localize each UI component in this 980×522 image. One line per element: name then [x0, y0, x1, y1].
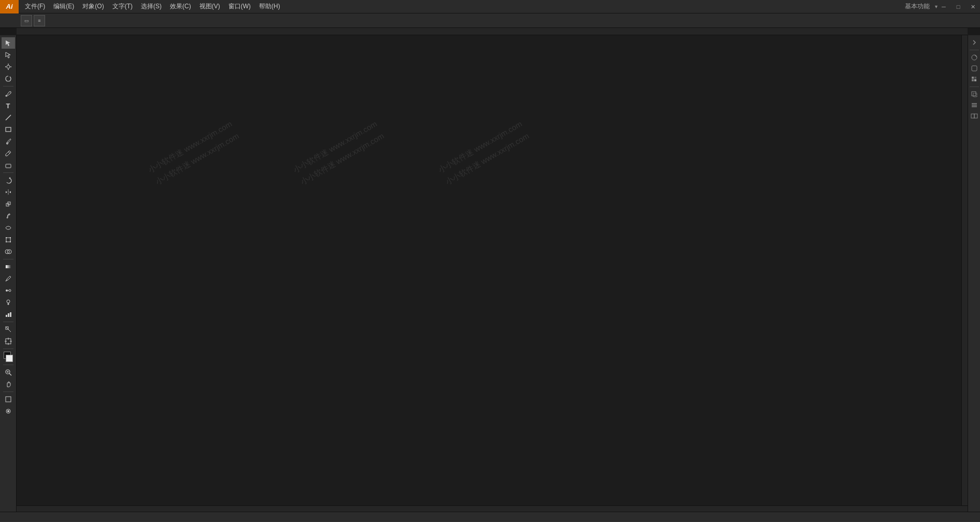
panel-collapse-toggle[interactable] — [969, 37, 979, 48]
hand-tool[interactable] — [2, 379, 15, 390]
right-panels — [968, 35, 980, 512]
panel-artboards[interactable] — [969, 111, 979, 121]
panel-layers[interactable] — [969, 100, 979, 110]
ruler-top — [17, 28, 968, 35]
svg-rect-30 — [6, 315, 7, 317]
close-button[interactable]: ✕ — [965, 0, 980, 13]
tool-separator-5 — [3, 349, 13, 349]
svg-rect-53 — [973, 93, 977, 97]
menu-effect[interactable]: 效果(C) — [166, 0, 195, 13]
svg-rect-52 — [972, 92, 976, 96]
paintbrush-tool[interactable] — [2, 136, 15, 147]
svg-rect-43 — [6, 397, 11, 402]
menu-file[interactable]: 文件(F) — [21, 0, 49, 13]
slice-tool[interactable] — [2, 324, 15, 335]
line-tool[interactable] — [2, 112, 15, 123]
watermark-line-5: 小小软件迷 www.xxrjm.com — [436, 117, 525, 177]
svg-marker-11 — [9, 177, 10, 179]
menu-window[interactable]: 窗口(W) — [224, 0, 255, 13]
panel-transform[interactable] — [969, 89, 979, 99]
artboard-tool[interactable] — [2, 336, 15, 347]
rotate-tool[interactable] — [2, 175, 15, 186]
menu-edit[interactable]: 编辑(E) — [49, 0, 78, 13]
restore-button[interactable]: □ — [951, 0, 965, 13]
menu-help[interactable]: 帮助(H) — [255, 0, 284, 13]
watermark-container: 小小软件迷 www.xxrjm.com 小小软件迷 www.xxrjm.com … — [17, 35, 968, 512]
arrange-button[interactable]: ≡ — [34, 15, 45, 26]
background-color[interactable] — [6, 355, 13, 362]
tool-separator-6 — [3, 365, 13, 365]
svg-line-9 — [8, 152, 10, 153]
eraser-tool[interactable] — [2, 160, 15, 171]
svg-rect-19 — [10, 241, 11, 242]
eyedropper-tool[interactable] — [2, 273, 15, 284]
doc-setup-button[interactable]: ▭ — [21, 15, 32, 26]
svg-rect-18 — [6, 241, 7, 242]
menu-select[interactable]: 选择(S) — [137, 0, 166, 13]
tool-separator-3 — [3, 259, 13, 259]
menu-bar: 文件(F) 编辑(E) 对象(O) 文字(T) 选择(S) 效果(C) 视图(V… — [19, 0, 905, 13]
vertical-scrollbar[interactable] — [961, 35, 968, 505]
svg-point-25 — [9, 289, 11, 292]
svg-rect-17 — [10, 237, 11, 238]
panel-swatches[interactable] — [969, 74, 979, 84]
column-graph-tool[interactable] — [2, 309, 15, 320]
svg-point-24 — [6, 289, 8, 292]
status-bar — [0, 512, 980, 522]
pen-tool[interactable] — [2, 88, 15, 99]
watermark-line-2: 小小软件迷 www.xxrjm.com — [152, 129, 241, 189]
free-transform-tool[interactable] — [2, 234, 15, 245]
draw-mode[interactable] — [2, 405, 15, 417]
tool-separator-1 — [3, 86, 13, 86]
blend-tool[interactable] — [2, 285, 15, 296]
reflect-tool[interactable] — [2, 186, 15, 198]
direct-selection-tool[interactable] — [2, 49, 15, 61]
selection-tool[interactable] — [2, 37, 15, 49]
svg-rect-7 — [6, 127, 11, 132]
gradient-tool[interactable] — [2, 261, 15, 272]
scale-tool[interactable] — [2, 198, 15, 210]
svg-rect-31 — [8, 313, 9, 317]
symbol-sprayer-tool[interactable] — [2, 297, 15, 308]
horizontal-scrollbar[interactable] — [17, 505, 968, 512]
canvas-area[interactable]: 小小软件迷 www.xxrjm.com 小小软件迷 www.xxrjm.com … — [17, 35, 968, 512]
svg-line-23 — [6, 280, 7, 281]
rectangle-tool[interactable] — [2, 124, 15, 135]
panel-appearance[interactable] — [969, 63, 979, 74]
shear-tool[interactable] — [2, 210, 15, 222]
svg-rect-15 — [6, 238, 10, 242]
warp-tool[interactable] — [2, 222, 15, 234]
svg-rect-51 — [974, 79, 976, 81]
lasso-tool[interactable] — [2, 73, 15, 84]
menu-type[interactable]: 文字(T) — [108, 0, 137, 13]
panel-color[interactable] — [969, 52, 979, 63]
zoom-tool[interactable] — [2, 367, 15, 378]
watermark-line-6: 小小软件迷 www.xxrjm.com — [442, 129, 531, 189]
type-tool[interactable]: T — [2, 100, 15, 111]
panel-separator-1 — [970, 50, 979, 50]
pencil-tool[interactable] — [2, 148, 15, 159]
svg-rect-16 — [6, 237, 7, 238]
shape-builder-tool[interactable] — [2, 246, 15, 257]
title-bar: Ai 文件(F) 编辑(E) 对象(O) 文字(T) 选择(S) 效果(C) 视… — [0, 0, 980, 13]
tool-separator-4 — [3, 322, 13, 322]
options-bar: ▭ ≡ — [0, 13, 980, 28]
watermark-line-4: 小小软件迷 www.xxrjm.com — [297, 129, 386, 189]
menu-object[interactable]: 对象(O) — [78, 0, 108, 13]
svg-rect-22 — [6, 265, 11, 268]
svg-rect-48 — [972, 77, 974, 79]
tool-separator-7 — [3, 392, 13, 392]
svg-point-5 — [5, 95, 7, 97]
svg-point-45 — [7, 410, 9, 412]
svg-rect-58 — [974, 114, 977, 118]
menu-view[interactable]: 视图(V) — [195, 0, 224, 13]
panel-separator-2 — [970, 86, 979, 87]
color-swatch[interactable] — [2, 351, 15, 363]
minimize-button[interactable]: ─ — [936, 0, 951, 13]
change-screen-mode[interactable] — [2, 394, 15, 405]
svg-rect-57 — [971, 114, 974, 118]
magic-wand-tool[interactable] — [2, 61, 15, 72]
svg-point-27 — [7, 300, 10, 303]
svg-rect-47 — [972, 66, 977, 71]
tool-separator-2 — [3, 172, 13, 173]
